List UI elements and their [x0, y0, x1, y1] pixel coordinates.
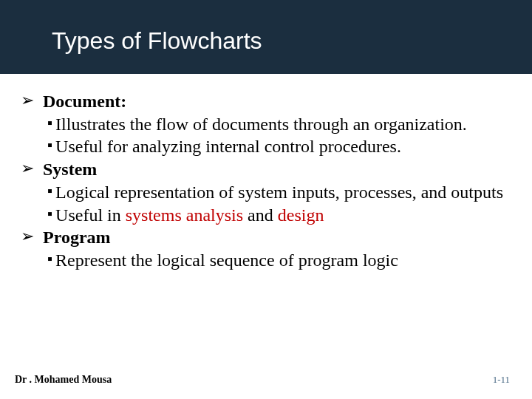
text-part: and: [243, 205, 278, 225]
sub-text: Represent the logical sequence of progra…: [55, 249, 511, 272]
sub-item: ▪ Useful for analyzing internal control …: [47, 135, 511, 158]
footer-author: Dr . Mohamed Mousa: [15, 374, 112, 386]
square-icon: ▪: [47, 181, 52, 204]
sub-block-program: ▪ Represent the logical sequence of prog…: [21, 249, 511, 272]
content-area: ➢ Document: ▪ Illustrates the flow of do…: [0, 74, 532, 272]
title-bar: Types of Flowcharts: [0, 0, 532, 74]
arrow-icon: ➢: [21, 90, 34, 113]
text-highlight: systems analysis: [126, 205, 243, 225]
bullet-label: Document:: [43, 90, 126, 113]
sub-item: ▪ Represent the logical sequence of prog…: [47, 249, 511, 272]
sub-text: Useful in systems analysis and design: [55, 204, 511, 227]
slide-title: Types of Flowcharts: [52, 27, 262, 55]
square-icon: ▪: [47, 249, 52, 272]
arrow-icon: ➢: [21, 226, 34, 249]
square-icon: ▪: [47, 135, 52, 158]
sub-text: Useful for analyzing internal control pr…: [55, 135, 511, 158]
bullet-program: ➢ Program: [21, 226, 511, 249]
footer: Dr . Mohamed Mousa 1-11: [0, 374, 532, 386]
bullet-system: ➢ System: [21, 158, 511, 181]
arrow-icon: ➢: [21, 158, 34, 181]
bullet-label: System: [43, 158, 97, 181]
square-icon: ▪: [47, 204, 52, 227]
sub-text: Logical representation of system inputs,…: [55, 181, 511, 204]
sub-block-system: ▪ Logical representation of system input…: [21, 181, 511, 226]
sub-block-document: ▪ Illustrates the flow of documents thro…: [21, 113, 511, 158]
text-highlight: design: [278, 205, 324, 225]
sub-item: ▪ Illustrates the flow of documents thro…: [47, 113, 511, 136]
footer-page-number: 1-11: [493, 374, 510, 386]
bullet-document: ➢ Document:: [21, 90, 511, 113]
sub-text: Illustrates the flow of documents throug…: [55, 113, 511, 136]
bullet-label: Program: [43, 226, 111, 249]
sub-item: ▪ Logical representation of system input…: [47, 181, 511, 204]
square-icon: ▪: [47, 113, 52, 136]
sub-item: ▪ Useful in systems analysis and design: [47, 204, 511, 227]
text-part: Useful in: [55, 205, 126, 225]
